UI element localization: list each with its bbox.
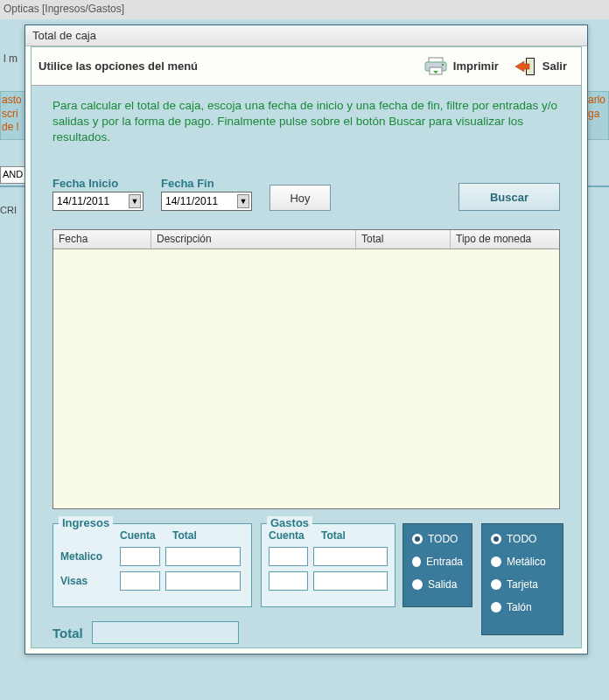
print-label: Imprimir (453, 60, 499, 73)
radio-talon[interactable]: Talón (491, 601, 554, 613)
radio-label: TODO (507, 533, 536, 545)
end-date-label: Fecha Fin (161, 177, 252, 190)
instructions-text: Para calcular el total de caja, escoja u… (52, 98, 560, 146)
metalico-total-input[interactable] (165, 547, 241, 566)
gastos-legend: Gastos (267, 516, 312, 529)
exit-icon (513, 56, 537, 77)
table-header: Fecha Descripción Total Tipo de moneda (53, 230, 559, 249)
gastos-row1-total-input[interactable] (313, 547, 388, 566)
radio-label: TODO (428, 533, 458, 545)
bg-small-label: CRI (0, 205, 23, 215)
chevron-down-icon[interactable]: ▼ (237, 194, 249, 208)
gastos-head-total: Total (321, 529, 381, 542)
gastos-row2-cuenta-input[interactable] (269, 571, 308, 591)
exit-label: Salir (542, 60, 567, 73)
date-filter-row: Fecha Inicio 14/11/2011 ▼ Fecha Fin 14/1… (52, 177, 560, 211)
radio-label: Talón (507, 601, 532, 613)
radio-todo-movement[interactable]: TODO (412, 533, 463, 545)
dialog-titlebar[interactable]: Total de caja (25, 25, 587, 46)
svg-point-3 (442, 63, 444, 65)
radio-label: Tarjeta (507, 578, 538, 591)
start-date-label: Fecha Inicio (52, 177, 144, 190)
col-fecha[interactable]: Fecha (53, 230, 151, 248)
visas-cuenta-input[interactable] (120, 571, 160, 591)
toolbar-hint: Utilice las opciones del menú (38, 60, 198, 73)
movement-filter-panel: TODO Entrada Salida (402, 523, 472, 607)
ingresos-head-total: Total (172, 529, 232, 542)
radio-label: Salida (428, 578, 457, 591)
radio-tarjeta[interactable]: Tarjeta (491, 578, 554, 591)
visas-total-input[interactable] (165, 571, 241, 591)
col-total[interactable]: Total (356, 230, 451, 248)
start-date-value: 14/11/2011 (57, 195, 109, 207)
ingresos-head-cuenta: Cuenta (120, 529, 164, 542)
radio-entrada[interactable]: Entrada (412, 556, 463, 568)
menu-fragment: l m (4, 52, 18, 65)
metalico-cuenta-input[interactable] (120, 547, 160, 566)
bg-orange-text-left: asto scri de l (0, 91, 26, 140)
bg-dropdown-fragment[interactable]: AND (0, 166, 26, 184)
payment-filter-panel: TODO Metálico Tarjeta Talón (481, 523, 564, 635)
radio-metalico[interactable]: Metálico (491, 556, 554, 568)
visas-label: Visas (60, 575, 115, 587)
app-titlebar: Opticas [Ingresos/Gastos] (0, 0, 609, 19)
total-caja-dialog: Total de caja Utilice las opciones del m… (24, 24, 588, 654)
ingresos-fieldset: Ingresos Cuenta Total Metalico Visas (52, 523, 252, 607)
gastos-row1-cuenta-input[interactable] (269, 547, 308, 566)
end-date-input[interactable]: 14/11/2011 ▼ (161, 192, 252, 211)
gastos-fieldset: Gastos Cuenta Total (261, 523, 396, 607)
start-date-input[interactable]: 14/11/2011 ▼ (52, 192, 144, 211)
print-button[interactable]: Imprimir (416, 51, 506, 82)
radio-todo-payment[interactable]: TODO (491, 533, 554, 545)
ingresos-legend: Ingresos (59, 516, 113, 529)
gastos-row2-total-input[interactable] (313, 571, 388, 591)
exit-button[interactable]: Salir (506, 51, 574, 82)
chevron-down-icon[interactable]: ▼ (129, 194, 141, 208)
results-table: Fecha Descripción Total Tipo de moneda (52, 229, 560, 509)
gastos-head-cuenta: Cuenta (269, 529, 312, 542)
grand-total-label: Total (52, 626, 83, 640)
search-button[interactable]: Buscar (458, 183, 560, 211)
radio-label: Entrada (426, 556, 463, 568)
radio-salida[interactable]: Salida (412, 578, 463, 591)
col-descripcion[interactable]: Descripción (151, 230, 356, 248)
col-tipo-moneda[interactable]: Tipo de moneda (451, 230, 559, 248)
end-date-value: 14/11/2011 (165, 195, 218, 207)
grand-total-value (92, 621, 239, 644)
bg-orange-text-right: arlo ga (586, 91, 609, 140)
radio-label: Metálico (507, 556, 546, 568)
print-icon (424, 56, 448, 77)
grand-total-row: Total (52, 621, 239, 644)
dialog-toolbar: Utilice las opciones del menú Imprimir (32, 47, 581, 86)
metalico-label: Metalico (60, 550, 115, 563)
today-button[interactable]: Hoy (270, 185, 331, 211)
